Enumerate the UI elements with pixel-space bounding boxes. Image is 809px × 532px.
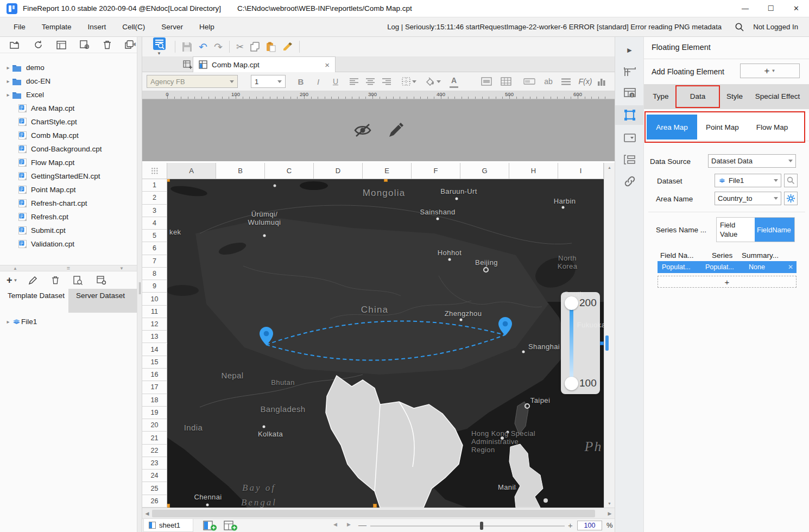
new-folder-icon[interactable] [10,40,20,49]
panel-tab-data[interactable]: Data [678,92,718,101]
tree-file-areamapcpt[interactable]: Area Map.cpt [0,102,137,115]
scroll-up-icon[interactable]: ▲ [604,163,615,172]
menu-item-cellc[interactable]: Cell(C) [114,17,153,36]
undo-icon[interactable]: ↶ [199,42,207,52]
split-cells-button[interactable] [501,75,511,88]
edit-dataset-icon[interactable] [28,276,37,285]
area-name-select[interactable]: Country_to [715,192,781,205]
sheet-tab-sheet1[interactable]: sheet1 [143,519,193,532]
tree-file-gettingstartedencpt[interactable]: GettingStartedEN.cpt [0,169,137,183]
row-height-button[interactable] [561,75,571,88]
selection-handle-bottom-left[interactable] [167,504,170,508]
row-header-25[interactable]: 25 [142,482,167,495]
log-status-text[interactable]: Log | Seriously:15:11:46 startRequestIma… [387,23,722,31]
row-header-16[interactable]: 16 [142,369,167,381]
tree-folder-excel[interactable]: ▸Excel [0,88,137,102]
underline-button[interactable]: U [330,75,341,88]
row-header-24[interactable]: 24 [142,470,167,482]
row-header-14[interactable]: 14 [142,344,167,356]
align-right-button[interactable] [382,75,391,88]
font-family-select[interactable]: Agency FB [147,75,238,88]
tree-file-chartstylecpt[interactable]: ChartStyle.cpt [0,115,137,129]
selection-handle-right-center[interactable] [600,341,604,345]
row-header-19[interactable]: 19 [142,407,167,419]
tree-file-flowmapcpt[interactable]: Flow Map.cpt [0,156,137,169]
view-report-icon[interactable] [56,41,66,49]
expand-caret-icon[interactable]: ▸ [4,319,12,325]
tree-file-validationcpt[interactable]: Validation.cpt [0,237,137,251]
italic-button[interactable]: I [313,75,324,88]
align-center-button[interactable] [366,75,375,88]
hide-parameters-icon[interactable] [353,122,372,138]
row-header-26[interactable]: 26 [142,495,167,508]
dataset-preview-button[interactable] [784,174,798,187]
delete-icon[interactable] [103,40,111,49]
tab-comb-map[interactable]: Comb Map.cpt × [193,56,336,72]
preview-dataset-icon[interactable] [73,276,83,285]
dataset-item-file1[interactable]: ▸ File1 [0,315,137,328]
border-button[interactable] [402,75,416,88]
tree-file-combmapcpt[interactable]: Comb Map.cpt [0,129,137,142]
zoom-in-icon[interactable]: + [568,521,573,530]
paste-icon[interactable] [266,42,276,52]
legend-max-handle[interactable] [565,296,578,310]
row-header-3[interactable]: 3 [142,205,167,217]
column-header-c[interactable]: C [265,163,314,179]
area-settings-button[interactable] [784,192,798,205]
add-form-sheet-icon[interactable] [224,521,238,531]
menu-item-template[interactable]: Template [34,17,80,36]
menu-item-file[interactable]: File [5,17,34,36]
save-icon[interactable] [182,42,192,52]
close-tab-icon[interactable]: × [325,60,330,69]
row-header-15[interactable]: 15 [142,356,167,369]
menu-item-help[interactable]: Help [191,17,223,36]
text-button[interactable]: ab [543,75,554,88]
add-dataset-button[interactable]: +▼ [7,275,17,286]
row-header-12[interactable]: 12 [142,318,167,331]
sidebar-splitter[interactable]: ▲=▼ [0,265,137,271]
map-tab-flow-map[interactable]: Flow Map [748,115,797,140]
parameter-pane[interactable] [142,99,615,161]
row-header-7[interactable]: 7 [142,255,167,268]
font-size-select[interactable]: 1 [251,75,286,88]
cell-attribute-icon[interactable] [615,62,644,81]
search-icon[interactable] [735,22,744,32]
row-header-2[interactable]: 2 [142,192,167,204]
collapse-panel-icon[interactable]: ▶ [615,40,644,60]
tree-folder-docen[interactable]: ▸doc-EN [0,74,137,88]
tree-file-refreshchartcpt[interactable]: Refresh-chart.cpt [0,197,137,210]
login-status[interactable]: Not Logged In [753,23,798,31]
template-settings-icon[interactable] [80,40,90,49]
edit-parameters-icon[interactable] [388,122,404,138]
tree-file-condbackgroundcpt[interactable]: Cond-Background.cpt [0,142,137,156]
row-header-17[interactable]: 17 [142,381,167,394]
font-color-button[interactable]: A [450,75,458,88]
map-legend[interactable]: 200 100 [561,292,600,394]
panel-tab-style[interactable]: Style [718,92,751,101]
format-painter-icon[interactable] [282,42,293,52]
delete-row-icon[interactable]: ✕ [788,263,793,271]
merge-cells-button[interactable] [481,75,492,88]
expand-caret-icon[interactable]: ▸ [4,78,12,84]
horizontal-scrollbar[interactable]: ◀ ▶ [142,508,615,518]
column-header-h[interactable]: H [509,163,558,179]
row-header-5[interactable]: 5 [142,230,167,242]
vertical-scrollbar[interactable]: ▲ ▼ [604,163,615,508]
row-header-11[interactable]: 11 [142,306,167,318]
minimize-button[interactable]: — [732,0,758,17]
column-header-a[interactable]: A [167,163,216,179]
dataset-settings-icon[interactable] [97,276,106,285]
data-source-select[interactable]: Dataset Data [708,154,796,168]
bold-button[interactable]: B [295,75,306,88]
floating-element-icon[interactable] [615,105,644,125]
scroll-right-icon[interactable]: ▶ [605,508,615,518]
selection-handle-bottom-center[interactable] [373,504,377,508]
legend-min-handle[interactable] [565,377,578,390]
row-header-18[interactable]: 18 [142,394,167,407]
column-header-d[interactable]: D [314,163,363,179]
panel-tab-type[interactable]: Type [644,92,678,101]
formula-button[interactable]: F(x) [578,75,593,88]
preview-button[interactable]: ▼ [147,37,172,56]
selection-handle-top-left[interactable] [167,179,170,182]
expand-caret-icon[interactable]: ▸ [4,92,12,98]
